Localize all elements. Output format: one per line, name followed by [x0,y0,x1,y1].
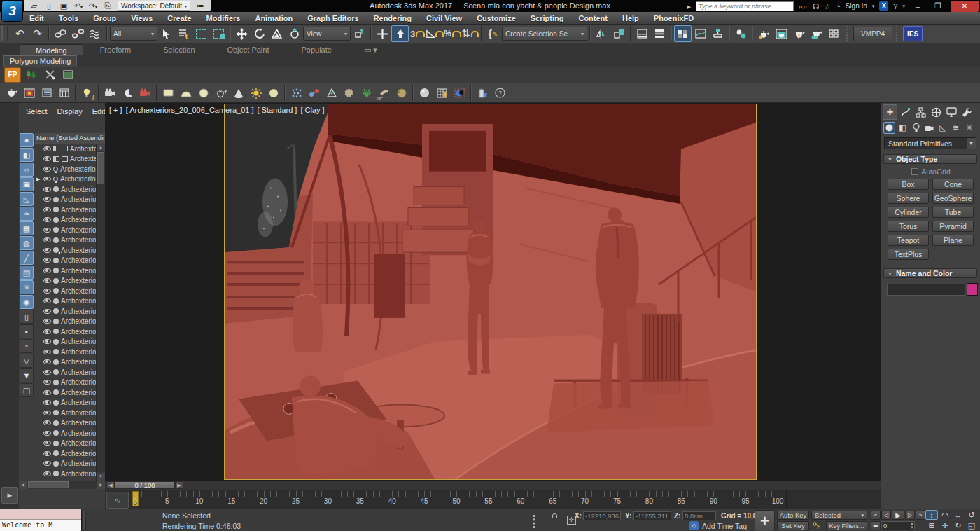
render-iterative-button[interactable] [808,25,825,42]
explorer-row[interactable]: Archexteriors [35,448,97,459]
multimatte-button[interactable] [433,85,451,102]
visibility-eye-icon[interactable] [43,167,51,172]
visibility-eye-icon[interactable] [43,217,51,222]
timeline-ruler[interactable]: 0 05101520253035404550556065707580859095… [130,490,881,509]
y-coordinate-field[interactable]: -11255,311 [634,511,671,520]
explorer-row[interactable]: Archexteriors [35,387,97,398]
unlink-selection-button[interactable] [69,25,87,42]
object-name-field[interactable] [887,284,965,296]
next-frame-icon[interactable]: ▶ [175,481,183,489]
coin-tool-button[interactable]: 0x [393,85,410,102]
textplus-button[interactable]: TextPlus [888,249,929,260]
name-color-rollout[interactable]: ▼ Name and Color [883,268,977,278]
explorer-row[interactable]: Archexteriors [35,347,97,357]
explorer-row[interactable]: Archexteriors [35,326,97,337]
explorer-row[interactable]: Archexteriors [35,164,97,174]
zoom-region-button[interactable]: ⊞ [925,520,938,530]
visibility-eye-icon[interactable] [43,177,51,181]
sign-in-button[interactable]: Sign In [846,2,867,10]
systems-category-icon[interactable]: ✳ [963,122,975,134]
open-file-icon[interactable]: ▱ [29,1,39,11]
auto-key-button[interactable]: Auto Key [777,511,809,520]
visibility-eye-icon[interactable] [43,411,51,415]
isolate-selection-icon[interactable] [533,516,535,528]
scatter-button[interactable] [288,85,305,102]
viewport-menu-shading[interactable]: [ Clay ] [300,106,324,114]
visibility-eye-icon[interactable] [43,431,51,436]
category-dropdown[interactable]: Standard Primitives ▼ [884,137,976,149]
autogrid-checkbox[interactable] [911,168,918,175]
select-and-place-button[interactable] [286,25,303,42]
visibility-eye-icon[interactable] [43,350,51,354]
ribbon-tab-selection[interactable]: Selection [148,44,210,55]
maxscript-mini-listener[interactable]: Welcome to M [0,509,82,531]
ribbon-tab-object-paint[interactable]: Object Paint [212,44,285,55]
display-materials-toggle[interactable]: ✳ [20,280,34,294]
bind-to-spacewarp-button[interactable] [87,25,104,42]
exchange-apps-icon[interactable]: X [879,1,888,11]
menu-content[interactable]: Content [578,14,608,22]
tube-button[interactable]: Tube [932,207,974,218]
list-table-icon[interactable] [60,67,76,83]
create-sun-button[interactable] [247,85,265,102]
explorer-column-header[interactable]: Name (Sorted Ascending) [35,133,105,144]
x-coordinate-field[interactable]: -12210,936 [583,511,621,520]
viewport-menu-general[interactable]: [ + ] [109,106,122,114]
display-frozen-toggle[interactable]: ▯ [20,310,34,324]
viewport-menu-pov[interactable]: [ Archexteriors_20_006_Camera_01 ] [126,106,254,114]
key-filters-button[interactable]: Key Filters... [826,521,867,530]
visibility-eye-icon[interactable] [43,289,51,294]
scroll-left-icon[interactable]: ◀ [19,481,27,489]
scrollbar-thumb[interactable] [28,481,69,488]
box-button[interactable]: Box [888,179,929,190]
create-plane-button[interactable] [160,85,177,102]
molecule-button[interactable] [305,85,323,102]
pan-view-button[interactable]: ✛ [939,520,951,530]
listener-splitter[interactable] [82,511,86,531]
menu-group[interactable]: Group [93,14,116,22]
shapes-category-icon[interactable]: ◧ [897,122,909,134]
search-input[interactable] [696,1,794,11]
select-and-rotate-button[interactable] [251,25,268,42]
create-light-button[interactable]: ⚷ [78,85,96,102]
visibility-eye-icon[interactable] [43,197,51,202]
restore-button[interactable]: ❐ [930,1,946,11]
forest-tools-icon[interactable] [24,67,39,83]
workspace-dropdown[interactable]: Workspace: Default ▾ [118,1,190,11]
explorer-row[interactable]: Archexteriors [35,144,97,154]
scroll-up-icon[interactable]: ▲ [97,144,105,151]
explorer-row[interactable]: Archexteriors [35,367,97,378]
track-bar[interactable]: ∿ 0 051015202530354045505560657075808590… [105,490,881,509]
scroll-down-icon[interactable]: ▼ [97,473,105,481]
hierarchy-tab[interactable] [913,104,928,120]
explorer-menu-edit[interactable]: Edit [92,107,106,116]
explorer-menu-select[interactable]: Select [26,107,48,116]
new-file-icon[interactable]: ▯ [44,1,54,11]
display-spacewarps-toggle[interactable]: ≈ [20,207,34,221]
create-dome-button[interactable] [177,85,195,102]
visibility-eye-icon[interactable] [43,207,51,212]
explorer-row[interactable]: Archexteriors [35,337,97,347]
use-pivot-center-button[interactable] [351,25,368,42]
dolly-camera-button[interactable]: ↕ [925,510,938,520]
explorer-row[interactable]: Archexteriors [35,317,97,327]
lights-category-icon[interactable] [910,122,922,134]
display-groups-toggle[interactable]: ▦ [20,221,34,235]
favorites-star-icon[interactable]: ☆ [824,1,831,12]
undo-button[interactable]: ↶ [11,25,29,42]
visibility-eye-icon[interactable] [43,380,51,385]
menu-modifiers[interactable]: Modifiers [206,14,241,22]
render-setup-button[interactable] [755,25,773,42]
time-tag-icon[interactable]: ◇ [690,521,699,530]
ribbon-tab-modeling[interactable]: Modeling [20,44,83,55]
visibility-eye-icon[interactable] [43,329,51,334]
visibility-eye-icon[interactable] [43,451,51,456]
create-cone-button[interactable] [230,85,247,102]
walk-through-button[interactable]: ↻ [952,520,965,530]
explorer-row[interactable]: Archexteriors [35,154,97,165]
ribbon-tab-populate[interactable]: Populate [286,44,346,55]
explorer-row[interactable]: Archexteriors [35,266,97,276]
ribbon-tab-freeform[interactable]: Freeform [85,44,147,55]
export-proxy-button[interactable] [323,85,340,102]
truck-camera-button[interactable]: ↔ [952,510,965,520]
